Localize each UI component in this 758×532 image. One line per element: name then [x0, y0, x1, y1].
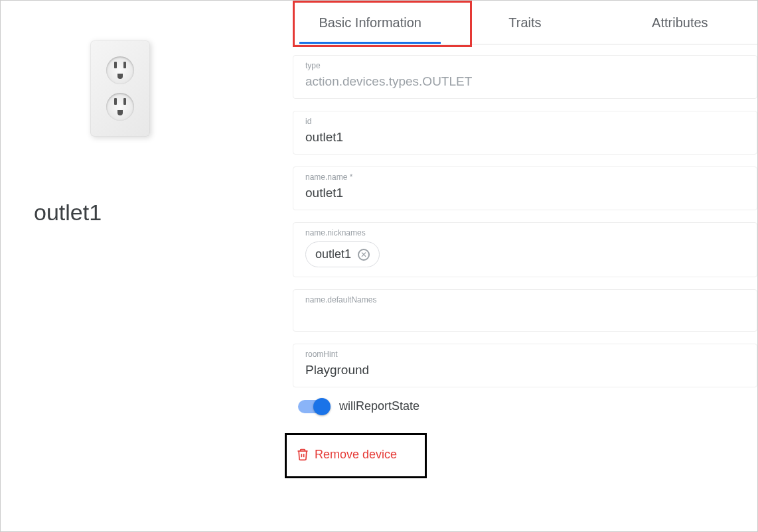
field-type-value: action.devices.types.OUTLET — [305, 74, 745, 89]
tab-traits[interactable]: Traits — [447, 1, 602, 44]
field-type: type action.devices.types.OUTLET — [293, 55, 757, 99]
field-room-hint-label: roomHint — [305, 350, 745, 359]
socket-bottom — [106, 93, 134, 121]
field-id-value: outlet1 — [305, 130, 745, 145]
basic-info-form: type action.devices.types.OUTLET id outl… — [293, 44, 757, 478]
field-id: id outlet1 — [293, 111, 757, 155]
will-report-state-toggle[interactable] — [298, 400, 329, 413]
remove-device-label: Remove device — [315, 448, 397, 462]
name-name-input[interactable] — [305, 186, 745, 200]
field-default-names[interactable]: name.defaultNames — [293, 289, 757, 332]
close-icon[interactable]: ✕ — [358, 249, 370, 261]
field-nicknames[interactable]: name.nicknames outlet1 ✕ — [293, 222, 757, 277]
will-report-state-row: willReportState — [298, 399, 757, 413]
device-sidebar: outlet1 — [1, 1, 293, 531]
will-report-state-label: willReportState — [339, 399, 419, 413]
field-type-label: type — [305, 61, 745, 70]
field-name-name[interactable]: name.name * — [293, 166, 757, 210]
field-nicknames-label: name.nicknames — [305, 228, 745, 237]
field-room-hint[interactable]: roomHint — [293, 344, 757, 387]
trash-icon — [296, 447, 309, 462]
room-hint-input[interactable] — [305, 363, 745, 377]
nickname-chip-label: outlet1 — [315, 247, 351, 261]
device-title: outlet1 — [34, 200, 102, 226]
nickname-chip: outlet1 ✕ — [305, 241, 380, 267]
default-names-value[interactable] — [305, 308, 745, 322]
tab-attributes[interactable]: Attributes — [603, 1, 757, 44]
field-default-names-label: name.defaultNames — [305, 295, 745, 304]
remove-device-button[interactable]: Remove device — [296, 447, 397, 462]
remove-device-highlight: Remove device — [285, 433, 427, 478]
tabs-bar: Basic Information Traits Attributes — [293, 1, 757, 44]
outlet-icon — [90, 40, 150, 137]
field-name-name-label: name.name * — [305, 172, 745, 182]
main-panel: Basic Information Traits Attributes type… — [293, 1, 757, 531]
tab-basic-information[interactable]: Basic Information — [293, 1, 447, 44]
field-id-label: id — [305, 117, 745, 126]
socket-top — [106, 56, 134, 84]
